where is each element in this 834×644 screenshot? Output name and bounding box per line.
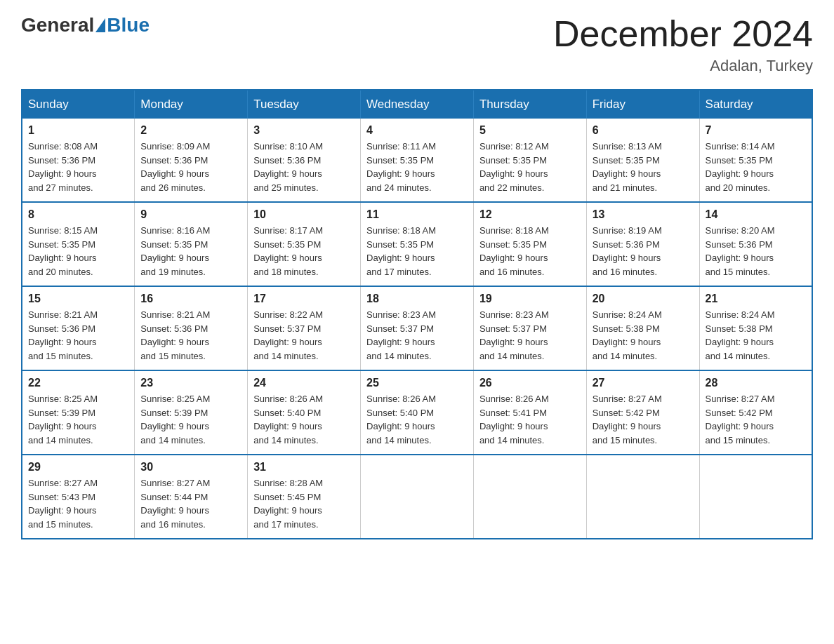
- day-cell-13: 13Sunrise: 8:19 AMSunset: 5:36 PMDayligh…: [586, 202, 699, 286]
- day-cell-21: 21Sunrise: 8:24 AMSunset: 5:38 PMDayligh…: [699, 286, 812, 370]
- empty-cell: [586, 455, 699, 539]
- day-cell-7: 7Sunrise: 8:14 AMSunset: 5:35 PMDaylight…: [699, 119, 812, 202]
- weekday-header-thursday: Thursday: [473, 90, 586, 119]
- day-number: 1: [28, 124, 128, 137]
- day-cell-24: 24Sunrise: 8:26 AMSunset: 5:40 PMDayligh…: [248, 370, 361, 455]
- day-number: 2: [140, 124, 241, 137]
- day-cell-6: 6Sunrise: 8:13 AMSunset: 5:35 PMDaylight…: [586, 119, 699, 202]
- day-cell-18: 18Sunrise: 8:23 AMSunset: 5:37 PMDayligh…: [361, 286, 474, 370]
- day-number: 6: [593, 124, 694, 137]
- week-row-5: 29Sunrise: 8:27 AMSunset: 5:43 PMDayligh…: [22, 455, 812, 539]
- day-cell-22: 22Sunrise: 8:25 AMSunset: 5:39 PMDayligh…: [22, 370, 135, 455]
- day-cell-23: 23Sunrise: 8:25 AMSunset: 5:39 PMDayligh…: [135, 370, 248, 455]
- day-info: Sunrise: 8:26 AMSunset: 5:40 PMDaylight:…: [253, 392, 355, 447]
- location: Adalan, Turkey: [553, 57, 813, 75]
- day-number: 18: [366, 293, 468, 305]
- day-cell-5: 5Sunrise: 8:12 AMSunset: 5:35 PMDaylight…: [473, 119, 586, 202]
- week-row-2: 8Sunrise: 8:15 AMSunset: 5:35 PMDaylight…: [22, 202, 812, 286]
- weekday-header-sunday: Sunday: [22, 90, 135, 119]
- day-info: Sunrise: 8:21 AMSunset: 5:36 PMDaylight:…: [140, 308, 241, 363]
- day-info: Sunrise: 8:27 AMSunset: 5:42 PMDaylight:…: [593, 392, 694, 447]
- day-info: Sunrise: 8:10 AMSunset: 5:36 PMDaylight:…: [253, 140, 355, 194]
- empty-cell: [473, 455, 586, 539]
- day-number: 8: [28, 208, 128, 221]
- day-cell-20: 20Sunrise: 8:24 AMSunset: 5:38 PMDayligh…: [586, 286, 699, 370]
- day-info: Sunrise: 8:20 AMSunset: 5:36 PMDaylight:…: [706, 224, 806, 279]
- day-cell-8: 8Sunrise: 8:15 AMSunset: 5:35 PMDaylight…: [22, 202, 135, 286]
- day-cell-11: 11Sunrise: 8:18 AMSunset: 5:35 PMDayligh…: [361, 202, 474, 286]
- page-header: General Blue December 2024 Adalan, Turke…: [21, 14, 813, 75]
- logo-general: General: [21, 14, 94, 36]
- day-info: Sunrise: 8:23 AMSunset: 5:37 PMDaylight:…: [479, 308, 581, 363]
- day-number: 5: [479, 124, 581, 137]
- empty-cell: [361, 455, 474, 539]
- day-info: Sunrise: 8:24 AMSunset: 5:38 PMDaylight:…: [593, 308, 694, 363]
- day-number: 20: [593, 293, 694, 305]
- day-info: Sunrise: 8:15 AMSunset: 5:35 PMDaylight:…: [28, 224, 128, 279]
- day-number: 3: [253, 124, 355, 137]
- weekday-header-wednesday: Wednesday: [361, 90, 474, 119]
- day-info: Sunrise: 8:28 AMSunset: 5:45 PMDaylight:…: [253, 476, 355, 531]
- day-info: Sunrise: 8:25 AMSunset: 5:39 PMDaylight:…: [28, 392, 128, 447]
- day-cell-10: 10Sunrise: 8:17 AMSunset: 5:35 PMDayligh…: [248, 202, 361, 286]
- logo: General Blue: [21, 14, 150, 36]
- day-info: Sunrise: 8:26 AMSunset: 5:41 PMDaylight:…: [479, 392, 581, 447]
- day-info: Sunrise: 8:24 AMSunset: 5:38 PMDaylight:…: [706, 308, 806, 363]
- day-cell-26: 26Sunrise: 8:26 AMSunset: 5:41 PMDayligh…: [473, 370, 586, 455]
- day-number: 11: [366, 208, 468, 221]
- day-info: Sunrise: 8:17 AMSunset: 5:35 PMDaylight:…: [253, 224, 355, 279]
- day-cell-28: 28Sunrise: 8:27 AMSunset: 5:42 PMDayligh…: [699, 370, 812, 455]
- day-cell-16: 16Sunrise: 8:21 AMSunset: 5:36 PMDayligh…: [135, 286, 248, 370]
- day-number: 28: [706, 377, 806, 389]
- day-info: Sunrise: 8:14 AMSunset: 5:35 PMDaylight:…: [706, 140, 806, 194]
- day-info: Sunrise: 8:08 AMSunset: 5:36 PMDaylight:…: [28, 140, 128, 194]
- day-number: 12: [479, 208, 581, 221]
- day-cell-12: 12Sunrise: 8:18 AMSunset: 5:35 PMDayligh…: [473, 202, 586, 286]
- title-section: December 2024 Adalan, Turkey: [553, 14, 813, 75]
- day-cell-2: 2Sunrise: 8:09 AMSunset: 5:36 PMDaylight…: [135, 119, 248, 202]
- day-number: 26: [479, 377, 581, 389]
- day-number: 25: [366, 377, 468, 389]
- day-info: Sunrise: 8:26 AMSunset: 5:40 PMDaylight:…: [366, 392, 468, 447]
- day-cell-15: 15Sunrise: 8:21 AMSunset: 5:36 PMDayligh…: [22, 286, 135, 370]
- day-number: 31: [253, 461, 355, 474]
- week-row-1: 1Sunrise: 8:08 AMSunset: 5:36 PMDaylight…: [22, 119, 812, 202]
- day-info: Sunrise: 8:27 AMSunset: 5:42 PMDaylight:…: [706, 392, 806, 447]
- day-number: 22: [28, 377, 128, 389]
- day-number: 19: [479, 293, 581, 305]
- month-title: December 2024: [553, 14, 813, 54]
- logo-triangle-icon: [95, 18, 105, 32]
- day-number: 14: [706, 208, 806, 221]
- day-info: Sunrise: 8:12 AMSunset: 5:35 PMDaylight:…: [479, 140, 581, 194]
- day-number: 30: [140, 461, 241, 474]
- day-cell-4: 4Sunrise: 8:11 AMSunset: 5:35 PMDaylight…: [361, 119, 474, 202]
- day-number: 15: [28, 293, 128, 305]
- day-number: 23: [140, 377, 241, 389]
- weekday-header-friday: Friday: [586, 90, 699, 119]
- logo-text: General Blue: [21, 14, 150, 36]
- day-info: Sunrise: 8:13 AMSunset: 5:35 PMDaylight:…: [593, 140, 694, 194]
- weekday-header-saturday: Saturday: [699, 90, 812, 119]
- week-row-4: 22Sunrise: 8:25 AMSunset: 5:39 PMDayligh…: [22, 370, 812, 455]
- logo-blue: Blue: [107, 14, 150, 36]
- day-cell-17: 17Sunrise: 8:22 AMSunset: 5:37 PMDayligh…: [248, 286, 361, 370]
- day-info: Sunrise: 8:18 AMSunset: 5:35 PMDaylight:…: [479, 224, 581, 279]
- day-number: 7: [706, 124, 806, 137]
- empty-cell: [699, 455, 812, 539]
- weekday-header-tuesday: Tuesday: [248, 90, 361, 119]
- day-info: Sunrise: 8:19 AMSunset: 5:36 PMDaylight:…: [593, 224, 694, 279]
- day-number: 29: [28, 461, 128, 474]
- weekday-header-monday: Monday: [135, 90, 248, 119]
- day-info: Sunrise: 8:11 AMSunset: 5:35 PMDaylight:…: [366, 140, 468, 194]
- day-info: Sunrise: 8:25 AMSunset: 5:39 PMDaylight:…: [140, 392, 241, 447]
- weekday-header-row: SundayMondayTuesdayWednesdayThursdayFrid…: [22, 90, 812, 119]
- day-info: Sunrise: 8:23 AMSunset: 5:37 PMDaylight:…: [366, 308, 468, 363]
- day-cell-27: 27Sunrise: 8:27 AMSunset: 5:42 PMDayligh…: [586, 370, 699, 455]
- day-cell-9: 9Sunrise: 8:16 AMSunset: 5:35 PMDaylight…: [135, 202, 248, 286]
- day-number: 27: [593, 377, 694, 389]
- day-cell-1: 1Sunrise: 8:08 AMSunset: 5:36 PMDaylight…: [22, 119, 135, 202]
- day-info: Sunrise: 8:27 AMSunset: 5:44 PMDaylight:…: [140, 476, 241, 531]
- day-number: 9: [140, 208, 241, 221]
- day-info: Sunrise: 8:18 AMSunset: 5:35 PMDaylight:…: [366, 224, 468, 279]
- day-number: 16: [140, 293, 241, 305]
